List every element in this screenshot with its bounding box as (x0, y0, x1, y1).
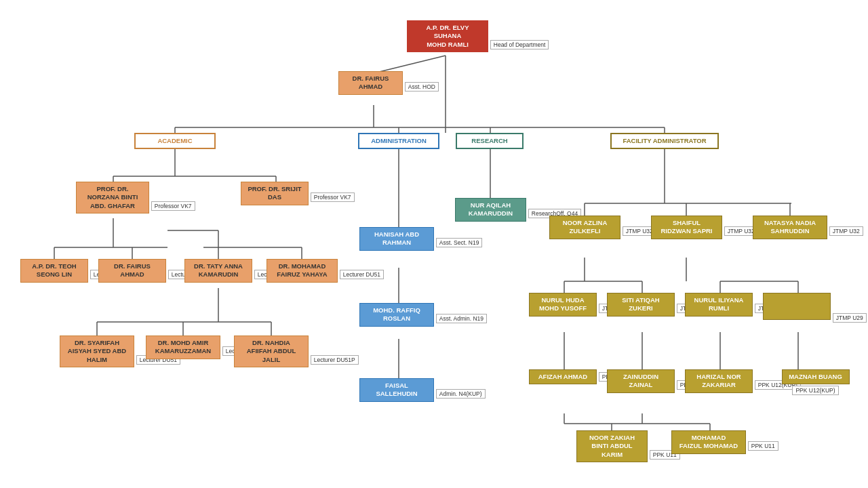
mohd-raffiq-label: Asst. Admin. N19 (436, 314, 487, 323)
nur-aqilah-box: NUR AQILAH KAMARUDDIN (455, 198, 526, 222)
nurul-iliyana-box: NURUL ILIYANA RUMLI (685, 293, 753, 317)
hanisah-label: Asst. Sect. N19 (436, 238, 483, 247)
node-natasya: NATASYA NADIA SAHRUDDIN JTMP U32 (753, 216, 863, 239)
faisal-box: FAISAL SALLEHUDIN (359, 378, 434, 402)
dr-fairuz-label: Lecturer DU51 (340, 270, 384, 279)
mohd-raffiq-box: MOHD. RAFFIQ ROSLAN (359, 303, 434, 327)
ap-teoh-box: A.P. DR. TEOH SEONG LIN (20, 259, 88, 283)
dr-fairus-box: DR. FAIRUS AHMAD (98, 259, 166, 283)
node-research: RESEARCH (456, 133, 524, 149)
node-maznah: MAZNAH BUANG PPK U12(KUP) (763, 369, 868, 395)
harizal-box: HARIZAL NOR ZAKARIAR (685, 369, 753, 393)
jtmp-u29-4-box (763, 293, 831, 320)
dr-amir-box: DR. MOHD AMIR KAMARUZZAMAN (146, 336, 220, 359)
academic-box: ACADEMIC (134, 133, 216, 149)
dr-nahdia-label: Lecturer DU51P (311, 355, 359, 365)
noor-zakiah-box: NOOR ZAKIAH BINTI ABDUL KARIM (576, 430, 648, 462)
faisal-label: Admin. N4(KUP) (436, 389, 486, 399)
node-asst-hod: DR. FAIRUS AHMAD Asst. HOD (338, 71, 439, 95)
node-dr-fairuz: DR. MOHAMAD FAIRUZ YAHAYA Lecturer DU51 (267, 259, 384, 283)
dr-fairuz-box: DR. MOHAMAD FAIRUZ YAHAYA (267, 259, 338, 283)
node-prof-srijit: PROF. DR. SRIJIT DAS Professor VK7 (241, 182, 355, 205)
mohamad-faizul-box: MOHAMAD FAIZUL MOHAMAD (671, 430, 746, 454)
prof-norzana-box: PROF. DR. NORZANA BINTI ABD. GHAFAR (76, 182, 149, 214)
node-faisal: FAISAL SALLEHUDIN Admin. N4(KUP) (359, 378, 486, 402)
siti-atiqah-box: SITI ATIQAH ZUKERI (607, 293, 675, 317)
node-jtmp-u29-4: JTMP U29 (763, 293, 867, 323)
node-facility: FACILITY ADMINISTRATOR (610, 133, 719, 149)
natasya-box: NATASYA NADIA SAHRUDDIN (753, 216, 827, 239)
node-shaiful: SHAIFUL RIDZWAN SAPRI JTMP U32 (651, 216, 758, 239)
facility-box: FACILITY ADMINISTRATOR (610, 133, 719, 149)
research-box: RESEARCH (456, 133, 524, 149)
node-mohamad-faizul: MOHAMAD FAIZUL MOHAMAD PPK U11 (671, 430, 778, 454)
node-admin-div: ADMINISTRATION (358, 133, 439, 149)
dr-nahdia-box: DR. NAHDIA AFIIFAH ABDUL JALIL (234, 336, 309, 367)
node-noor-zakiah: NOOR ZAKIAH BINTI ABDUL KARIM PPK U11 (576, 430, 680, 462)
prof-norzana-label: Professor VK7 (151, 201, 195, 211)
node-prof-norzana: PROF. DR. NORZANA BINTI ABD. GHAFAR Prof… (76, 182, 195, 214)
head-label: Head of Department (490, 40, 549, 49)
asst-hod-label: Asst. HOD (405, 82, 439, 92)
dr-syarifah-box: DR. SYARIFAH AISYAH SYED ABD HALIM (60, 336, 134, 367)
node-dr-nahdia: DR. NAHDIA AFIIFAH ABDUL JALIL Lecturer … (234, 336, 359, 367)
natasya-label: JTMP U32 (829, 226, 863, 236)
node-head: A.P. DR. ELVY SUHANA MOHD RAMLI Head of … (407, 20, 549, 52)
afizah-box: AFIZAH AHMAD (529, 369, 597, 384)
mohamad-faizul-label: PPK U11 (748, 441, 778, 451)
prof-srijit-box: PROF. DR. SRIJIT DAS (241, 182, 309, 205)
dr-taty-box: DR. TATY ANNA KAMARUDIN (184, 259, 252, 283)
nurul-huda-box: NURUL HUDA MOHD YUSOFF (529, 293, 597, 317)
org-chart: A.P. DR. ELVY SUHANA MOHD RAMLI Head of … (0, 0, 868, 488)
node-mohd-raffiq: MOHD. RAFFIQ ROSLAN Asst. Admin. N19 (359, 303, 487, 327)
maznah-box: MAZNAH BUANG (782, 369, 850, 384)
node-hanisah: HANISAH ABD RAHMAN Asst. Sect. N19 (359, 227, 482, 251)
node-academic: ACADEMIC (134, 133, 216, 149)
asst-hod-box: DR. FAIRUS AHMAD (338, 71, 403, 95)
prof-srijit-label: Professor VK7 (311, 192, 355, 202)
jtmp-u29-4-label: JTMP U29 (833, 313, 867, 323)
hanisah-box: HANISAH ABD RAHMAN (359, 227, 434, 251)
maznah-label: PPK U12(KUP) (792, 386, 838, 395)
zainuddin-box: ZAINUDDIN ZAINAL (607, 369, 675, 393)
head-box: A.P. DR. ELVY SUHANA MOHD RAMLI (407, 20, 488, 52)
admin-box: ADMINISTRATION (358, 133, 439, 149)
noor-azlina-box: NOOR AZLINA ZULKEFLI (549, 216, 620, 239)
shaiful-box: SHAIFUL RIDZWAN SAPRI (651, 216, 722, 239)
